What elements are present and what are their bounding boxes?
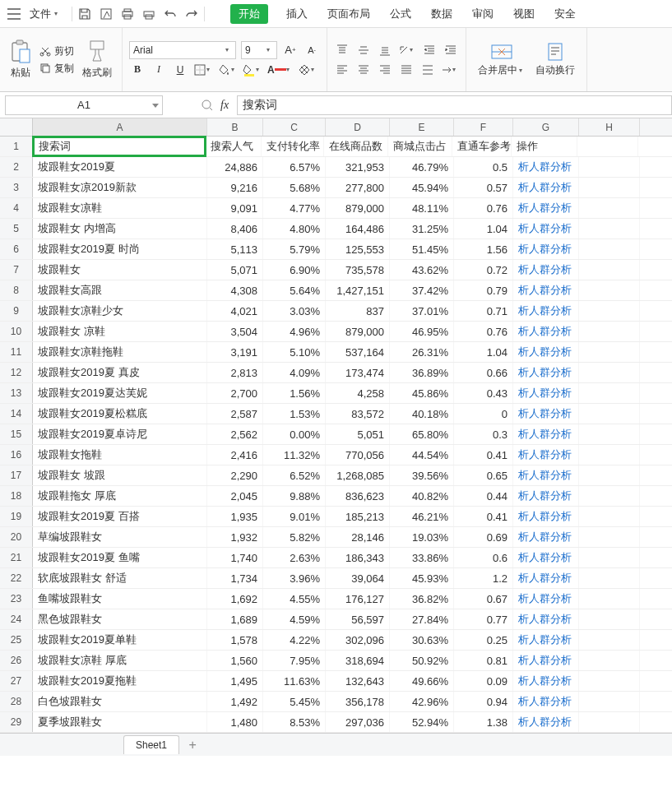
row-header[interactable]: 17 (0, 465, 33, 485)
cell[interactable]: 5.68% (263, 178, 326, 197)
cell[interactable]: 173,474 (326, 363, 390, 382)
cell[interactable]: 4,258 (326, 383, 390, 403)
cell[interactable]: 45.93% (390, 568, 454, 588)
col-header-a[interactable]: A (33, 118, 207, 136)
cell[interactable]: 1,935 (207, 507, 263, 526)
distribute-icon[interactable] (419, 62, 436, 78)
cell[interactable] (579, 404, 640, 424)
cell[interactable]: 4.77% (263, 198, 326, 218)
col-header-e[interactable]: E (390, 118, 454, 136)
cell[interactable]: 黑色坡跟鞋女 (33, 609, 207, 629)
cell[interactable]: 4.22% (263, 630, 326, 650)
cell[interactable]: 49.66% (390, 671, 454, 691)
cell[interactable] (579, 589, 640, 609)
cell[interactable]: 6.57% (263, 157, 326, 177)
col-header-c[interactable]: C (263, 118, 326, 136)
cell[interactable]: 0.81 (454, 651, 513, 670)
analysis-link[interactable]: 析人群分析 (513, 424, 579, 444)
name-box[interactable]: A1 (5, 95, 163, 115)
tab-start[interactable]: 开始 (230, 4, 268, 24)
cell[interactable]: 1,692 (207, 589, 263, 609)
font-color-button[interactable]: A▾ (267, 64, 293, 76)
cell[interactable]: 125,553 (326, 239, 390, 259)
cell[interactable] (579, 486, 640, 506)
cell[interactable]: 坡跟鞋女2019夏达芙妮 (33, 383, 207, 403)
select-all-corner[interactable] (0, 118, 33, 136)
cell[interactable]: 夏季坡跟鞋女 (33, 712, 207, 732)
cell[interactable]: 坡跟鞋女凉鞋拖鞋 (33, 342, 207, 362)
cell[interactable]: 37.01% (390, 301, 454, 321)
cell[interactable]: 搜索词 (32, 136, 206, 157)
cell[interactable]: 1.04 (454, 342, 513, 362)
cell[interactable]: 1,932 (207, 527, 263, 547)
cell[interactable]: 11.63% (263, 671, 326, 691)
cell[interactable]: 1,560 (207, 651, 263, 670)
cell[interactable]: 坡跟鞋女2019夏拖鞋 (33, 671, 207, 691)
cell[interactable]: 356,178 (326, 692, 390, 711)
analysis-link[interactable]: 析人群分析 (513, 486, 579, 506)
cell[interactable]: 坡跟鞋女高跟 (33, 280, 207, 300)
cell[interactable]: 6.90% (263, 260, 326, 280)
cell[interactable]: 坡跟鞋女2019夏 百搭 (33, 507, 207, 526)
cell[interactable]: 6.52% (263, 465, 326, 485)
cell[interactable]: 837 (326, 301, 390, 321)
cell[interactable]: 318,694 (326, 651, 390, 670)
cell[interactable]: 45.86% (390, 383, 454, 403)
cell[interactable]: 9.88% (263, 486, 326, 506)
cell[interactable] (579, 260, 640, 280)
analysis-link[interactable]: 析人群分析 (513, 548, 579, 567)
cell[interactable]: 支付转化率 (262, 137, 324, 156)
analysis-link[interactable]: 析人群分析 (513, 322, 579, 341)
row-header[interactable]: 25 (0, 630, 33, 650)
analysis-link[interactable]: 析人群分析 (513, 465, 579, 485)
cell[interactable]: 0.5 (454, 157, 513, 177)
align-right-icon[interactable] (377, 62, 393, 78)
cell[interactable]: 草编坡跟鞋女 (33, 527, 207, 547)
cell[interactable]: 37.42% (390, 280, 454, 300)
cell[interactable]: 5.45% (263, 692, 326, 711)
cell[interactable]: 0.44 (454, 486, 513, 506)
print-direct-icon[interactable] (142, 7, 155, 21)
cell[interactable]: 30.63% (390, 630, 454, 650)
cell[interactable]: 2,416 (207, 445, 263, 465)
cell[interactable]: 19.03% (390, 527, 454, 547)
row-header[interactable]: 29 (0, 712, 33, 732)
cell[interactable]: 坡跟鞋女2019夏单鞋 (33, 630, 207, 650)
tab-data[interactable]: 数据 (429, 3, 454, 25)
indent-left-icon[interactable] (421, 42, 438, 58)
cell[interactable]: 1,495 (207, 671, 263, 691)
cell[interactable]: 2.63% (263, 548, 326, 567)
analysis-link[interactable]: 析人群分析 (513, 671, 579, 691)
cell[interactable]: 186,343 (326, 548, 390, 567)
cell[interactable]: 坡跟鞋女 坡跟 (33, 465, 207, 485)
cell[interactable]: 27.84% (390, 609, 454, 629)
cell[interactable]: 537,164 (326, 342, 390, 362)
analysis-link[interactable]: 析人群分析 (513, 383, 579, 403)
row-header[interactable]: 2 (0, 157, 33, 177)
analysis-link[interactable]: 析人群分析 (513, 363, 579, 382)
cell[interactable] (579, 445, 640, 465)
cell[interactable]: 879,000 (326, 198, 390, 218)
cell[interactable]: 2,700 (207, 383, 263, 403)
cell[interactable]: 33.86% (390, 548, 454, 567)
analysis-link[interactable]: 析人群分析 (513, 692, 579, 711)
cell[interactable]: 0.00% (263, 424, 326, 444)
row-header[interactable]: 23 (0, 589, 33, 609)
cell[interactable] (579, 507, 640, 526)
cell[interactable]: 1,740 (207, 548, 263, 567)
cell[interactable]: 0.6 (454, 548, 513, 567)
cell[interactable]: 770,056 (326, 445, 390, 465)
cell[interactable]: 5,051 (326, 424, 390, 444)
cell[interactable]: 8,406 (207, 219, 263, 239)
row-header[interactable]: 24 (0, 609, 33, 629)
print-icon[interactable] (121, 7, 134, 21)
row-header[interactable]: 11 (0, 342, 33, 362)
cell[interactable]: 搜索人气 (206, 137, 262, 156)
cell[interactable]: 40.82% (390, 486, 454, 506)
cell[interactable]: 商城点击占 (388, 137, 452, 156)
cell[interactable]: 坡跟鞋女2019夏 (33, 157, 207, 177)
align-justify-icon[interactable] (398, 62, 415, 78)
tab-view[interactable]: 视图 (512, 3, 536, 25)
analysis-link[interactable]: 析人群分析 (513, 445, 579, 465)
add-sheet-button[interactable]: + (183, 735, 202, 755)
